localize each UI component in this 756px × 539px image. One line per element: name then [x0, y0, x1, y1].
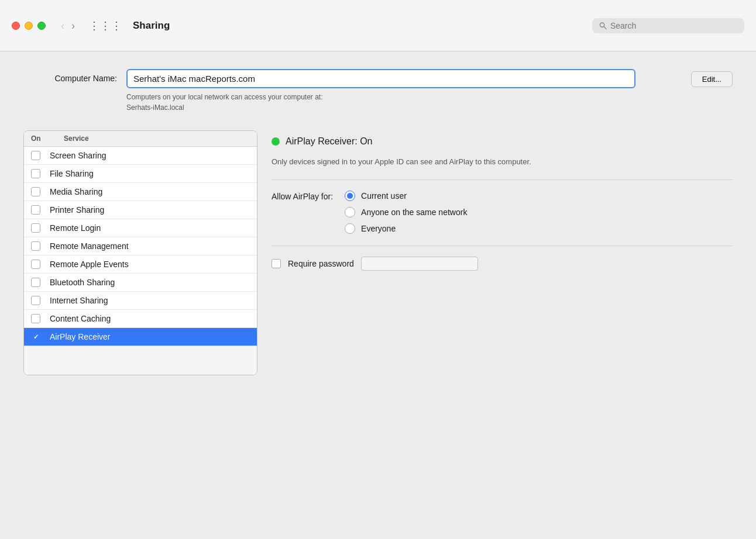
search-bar[interactable] [592, 18, 744, 33]
service-item-remote-login[interactable]: Remote Login [24, 219, 257, 237]
computer-name-right: Computers on your local network can acce… [126, 69, 682, 113]
service-item-file-sharing[interactable]: File Sharing [24, 165, 257, 183]
checkbox-bluetooth-sharing[interactable] [31, 278, 40, 287]
checkbox-remote-apple-events[interactable] [31, 260, 40, 269]
airplay-status-title: AirPlay Receiver: On [286, 136, 373, 147]
checkbox-internet-sharing[interactable] [31, 296, 40, 305]
service-name-file-sharing: File Sharing [50, 169, 94, 178]
radio-item-everyone[interactable]: Everyone [345, 223, 467, 234]
radio-circle-current-user[interactable] [345, 191, 355, 201]
checkbox-file-sharing[interactable] [31, 169, 40, 178]
require-password-label: Require password [288, 259, 354, 268]
checkbox-printer-sharing[interactable] [31, 205, 40, 215]
service-item-remote-management[interactable]: Remote Management [24, 237, 257, 255]
search-icon [599, 22, 607, 30]
service-list-header: On Service [24, 131, 257, 147]
computer-name-subtitle: Computers on your local network can acce… [126, 92, 682, 113]
service-item-bluetooth-sharing[interactable]: Bluetooth Sharing [24, 274, 257, 292]
service-item-internet-sharing[interactable]: Internet Sharing [24, 292, 257, 310]
titlebar: ‹ › ⋮⋮⋮ Sharing [0, 0, 756, 51]
service-item-remote-apple-events[interactable]: Remote Apple Events [24, 255, 257, 274]
radio-item-same-network[interactable]: Anyone on the same network [345, 207, 467, 217]
allow-airplay-row: Allow AirPlay for: Current userAnyone on… [272, 191, 733, 234]
traffic-lights [12, 22, 46, 30]
computer-name-label: Computer Name: [23, 69, 117, 83]
airplay-status-dot [272, 137, 280, 146]
service-item-printer-sharing[interactable]: Printer Sharing [24, 201, 257, 219]
require-password-checkbox[interactable] [272, 259, 281, 268]
col-on-header: On [31, 134, 64, 143]
nav-arrows: ‹ › [59, 19, 77, 32]
service-name-internet-sharing: Internet Sharing [50, 296, 108, 305]
service-name-remote-apple-events: Remote Apple Events [50, 260, 129, 269]
service-name-bluetooth-sharing: Bluetooth Sharing [50, 278, 115, 287]
right-panel: AirPlay Receiver: On Only devices signed… [272, 130, 733, 277]
svg-line-1 [604, 26, 606, 29]
checkbox-airplay-receiver[interactable] [31, 332, 40, 341]
service-list-footer [24, 345, 257, 375]
airplay-radio-group: Current userAnyone on the same networkEv… [345, 191, 467, 234]
service-item-airplay-receiver[interactable]: AirPlay Receiver [24, 328, 257, 345]
service-name-remote-management: Remote Management [50, 241, 129, 251]
airplay-status-row: AirPlay Receiver: On [272, 136, 733, 147]
grid-icon[interactable]: ⋮⋮⋮ [89, 19, 122, 32]
checkbox-content-caching[interactable] [31, 314, 40, 323]
service-name-screen-sharing: Screen Sharing [50, 151, 106, 160]
radio-item-current-user[interactable]: Current user [345, 191, 467, 201]
window-title: Sharing [133, 20, 170, 32]
radio-circle-same-network[interactable] [345, 207, 355, 217]
service-item-screen-sharing[interactable]: Screen Sharing [24, 147, 257, 165]
service-name-airplay-receiver: AirPlay Receiver [50, 332, 110, 341]
checkbox-remote-login[interactable] [31, 223, 40, 233]
maximize-button[interactable] [37, 22, 46, 30]
forward-button[interactable]: › [69, 19, 77, 32]
checkbox-media-sharing[interactable] [31, 187, 40, 196]
back-button[interactable]: ‹ [59, 19, 67, 32]
allow-airplay-label: Allow AirPlay for: [272, 191, 333, 201]
col-service-header: Service [64, 134, 89, 143]
radio-label-everyone: Everyone [361, 224, 396, 233]
computer-name-input[interactable] [126, 69, 635, 88]
radio-label-same-network: Anyone on the same network [361, 208, 467, 217]
minimize-button[interactable] [25, 22, 33, 30]
service-item-media-sharing[interactable]: Media Sharing [24, 183, 257, 201]
service-list: On Service Screen SharingFile SharingMed… [23, 130, 257, 375]
panels: On Service Screen SharingFile SharingMed… [23, 130, 733, 375]
main-content: Computer Name: Computers on your local n… [0, 51, 756, 393]
service-name-content-caching: Content Caching [50, 314, 111, 323]
airplay-description: Only devices signed in to your Apple ID … [272, 156, 733, 168]
radio-label-current-user: Current user [361, 191, 407, 201]
close-button[interactable] [12, 22, 20, 30]
divider-1 [272, 179, 733, 180]
service-name-printer-sharing: Printer Sharing [50, 205, 104, 215]
require-password-row: Require password [272, 257, 733, 271]
edit-button[interactable]: Edit... [691, 71, 733, 87]
checkbox-screen-sharing[interactable] [31, 151, 40, 160]
svg-point-0 [600, 22, 604, 26]
service-items-container: Screen SharingFile SharingMedia SharingP… [24, 147, 257, 345]
divider-2 [272, 246, 733, 246]
computer-name-section: Computer Name: Computers on your local n… [23, 69, 733, 113]
service-name-media-sharing: Media Sharing [50, 187, 102, 196]
search-input[interactable] [610, 21, 737, 30]
password-input[interactable] [361, 257, 478, 271]
service-item-content-caching[interactable]: Content Caching [24, 310, 257, 328]
radio-circle-everyone[interactable] [345, 223, 355, 234]
service-name-remote-login: Remote Login [50, 223, 101, 233]
checkbox-remote-management[interactable] [31, 241, 40, 251]
